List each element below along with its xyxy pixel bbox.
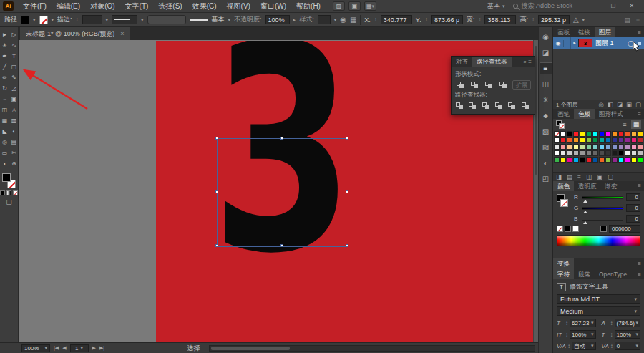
swatch[interactable] [599,144,605,150]
slice-tool[interactable]: ✂ [9,148,19,158]
trim[interactable] [468,101,478,110]
pattern-panel[interactable]: ▨ [540,142,552,153]
gradient-button[interactable] [6,190,11,195]
brush-name[interactable]: 基本 [212,15,225,24]
panel-menu-icon[interactable]: ≡ [638,111,641,117]
swatch[interactable] [554,131,560,137]
field-value[interactable]: 0▾ [615,342,640,350]
slider-track[interactable] [582,207,623,210]
panel-menu-icon[interactable]: ≡ [638,183,641,189]
swatch[interactable] [618,157,624,163]
swatch[interactable] [638,131,643,137]
slider-track[interactable] [582,196,623,199]
swatch[interactable] [573,131,579,137]
selection-handle[interactable] [346,244,348,247]
swatch[interactable] [618,131,624,137]
mesh-tool[interactable]: ▦ [0,115,9,126]
gradient-tool[interactable]: ▥ [9,115,19,126]
transform-shortcut-icon[interactable]: ◬ [573,16,579,24]
swatch[interactable] [560,150,566,156]
tab-graphic-styles[interactable]: 图形样式 [595,109,628,119]
swatch[interactable] [586,137,592,143]
new-swatch[interactable]: ▣ [597,173,602,180]
height-field[interactable]: 295.32 p [538,15,570,24]
opacity-field[interactable]: 100% [265,15,290,24]
swatch[interactable] [567,157,572,163]
swatch[interactable] [638,150,643,156]
zoom-level-dropdown[interactable]: 100% ▾ [21,344,50,352]
swatch[interactable] [554,157,560,163]
black-swatch[interactable] [565,226,571,232]
font-family-select[interactable]: Futura Md BT ▾ [557,294,640,304]
swatch[interactable] [580,144,585,150]
fill-stroke-control[interactable] [2,173,16,189]
line-segment-tool[interactable]: ╱ [0,62,9,72]
swatch[interactable] [580,157,585,163]
tab-paragraph[interactable]: 段落 [574,269,595,279]
width-tool[interactable]: ⇔ [0,94,9,105]
swatch-options[interactable]: ≡ [577,173,581,180]
tab-character[interactable]: 字符 [553,269,574,279]
slider-handle[interactable] [583,221,587,224]
last-artboard-button[interactable]: ▶| [99,345,104,351]
fill-stroke-indicator[interactable] [557,194,570,213]
appearance-panel[interactable]: ◐ [540,158,552,168]
swatch[interactable] [560,131,566,137]
stroke-panel[interactable]: ≡ [540,63,552,74]
field-value[interactable]: (784.6)▾ [615,319,641,327]
swatch[interactable] [592,157,598,163]
stepper-icon[interactable]: ↕ [374,16,377,23]
swatch[interactable] [605,157,611,163]
swatch[interactable] [592,131,598,137]
stroke-color-swatch[interactable] [39,16,48,24]
swatch[interactable] [599,131,605,137]
stepper-icon[interactable]: ↕ [610,332,613,338]
swatch[interactable] [612,150,618,156]
tab-layers[interactable]: 图层 [595,27,615,37]
chevron-right-icon[interactable]: ▸ [293,17,296,23]
shape-builder-tool[interactable]: ◫ [0,105,9,115]
stepper-icon[interactable]: ↕ [76,16,79,23]
selection-handle[interactable] [346,137,348,140]
swatch[interactable] [605,150,611,156]
swatch-kinds[interactable]: ▤ [567,173,572,180]
search-field[interactable]: 搜索 Adobe Stock [513,1,572,11]
x-field[interactable]: 340.777 [381,15,412,24]
direct-selection-tool[interactable]: ▷ [9,29,19,40]
none-swatch[interactable] [557,226,563,232]
style-swatch-dropdown[interactable] [318,15,331,24]
rotate-tool[interactable]: ↻ [0,83,9,94]
swatch[interactable] [631,144,637,150]
field-value[interactable]: 627.23▾ [570,319,596,327]
menu-item[interactable]: 帮助(H) [291,0,326,12]
width-field[interactable]: 358.113 [484,15,516,24]
tab-color[interactable]: 颜色 [553,181,574,191]
divide[interactable] [455,101,465,110]
channel-value-field[interactable]: 0 [626,193,640,201]
menu-item[interactable]: 窗口(W) [255,0,291,12]
tab-transform[interactable]: 变换 [553,258,574,269]
next-artboard-button[interactable]: ▶ [92,345,96,351]
swatch[interactable] [586,150,592,156]
chevron-down-icon[interactable]: ▾ [106,17,109,23]
slider-handle[interactable] [583,211,587,213]
stock-icon[interactable]: ▨ [333,1,345,11]
artboard-number-field[interactable]: 1 ▾ [70,344,89,352]
channel-value-field[interactable]: 0 [626,215,640,223]
recolor-artwork-icon[interactable]: ◉ [340,16,346,24]
selection-handle[interactable] [215,137,218,140]
panel-menu-icon[interactable]: ≡ [636,16,640,24]
symbol-sprayer-tool[interactable]: ◎ [0,137,9,148]
swatch[interactable] [638,157,643,163]
minus-back[interactable] [521,101,531,110]
pen-tool[interactable]: ✒ [0,51,9,62]
menu-item[interactable]: 对象(O) [85,0,119,12]
menu-item[interactable]: 效果(C) [187,0,222,12]
layer-thumbnail[interactable]: 3 [578,39,592,47]
document-tab[interactable]: 未标题-1* @ 100% (RGB/预览) × [20,27,130,40]
selection-handle[interactable] [280,244,283,247]
swatch[interactable] [560,144,566,150]
swatch[interactable] [605,137,611,143]
swatch[interactable] [567,131,572,137]
slider-handle[interactable] [583,200,587,203]
